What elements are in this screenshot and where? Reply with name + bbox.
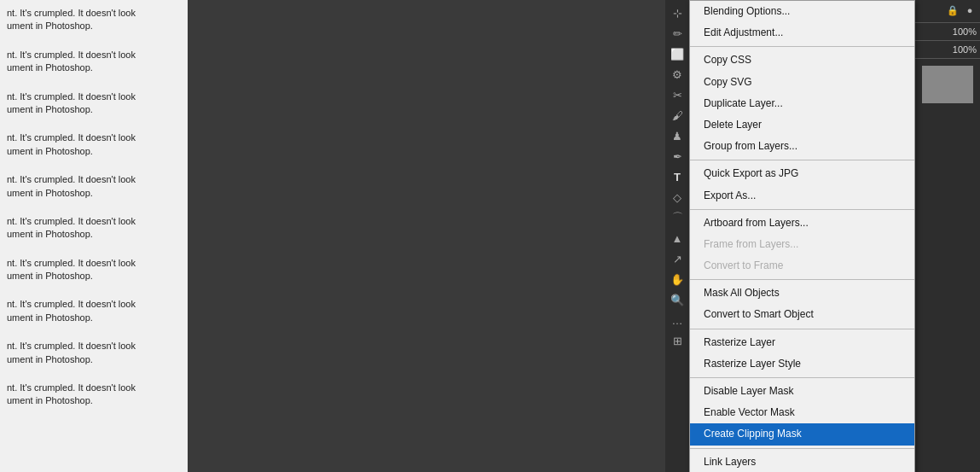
brush-icon[interactable]: ✏ (668, 24, 687, 43)
canvas-text-5: nt. It's crumpled. It doesn't lookument … (7, 173, 181, 200)
canvas-text-1: nt. It's crumpled. It doesn't lookument … (7, 7, 181, 33)
eraser-icon[interactable]: ⬜ (668, 44, 687, 63)
menu-group-from-layers[interactable]: Group from Layers... (690, 136, 914, 157)
more-icon[interactable]: … (668, 311, 687, 329)
lasso-icon[interactable]: ⌒ (668, 208, 687, 227)
menu-quick-export[interactable]: Quick Export as JPG (690, 163, 914, 184)
menu-export-as[interactable]: Export As... (690, 185, 914, 207)
menu-link-layers[interactable]: Link Layers (690, 452, 914, 472)
separator-7 (690, 448, 914, 449)
lock-icon: 🔒 (946, 3, 960, 17)
canvas-text-9: nt. It's crumpled. It doesn't lookument … (7, 340, 181, 366)
right-panel-top: 🔒 ● (915, 0, 980, 20)
grid-icon[interactable]: ⊞ (668, 331, 687, 350)
settings-icon[interactable]: ⚙ (668, 65, 687, 84)
opacity-value: 100% (953, 26, 977, 37)
menu-artboard-from-layers[interactable]: Artboard from Layers... (690, 213, 914, 234)
right-panel: 🔒 ● 100% 100% (915, 0, 980, 472)
user-icon[interactable]: ♟ (668, 126, 687, 145)
move-icon[interactable]: ↗ (668, 249, 687, 268)
fill-value: 100% (953, 44, 977, 55)
menu-frame-from-layers: Frame from Layers... (690, 234, 914, 255)
canvas-text-8: nt. It's crumpled. It doesn't lookument … (7, 298, 181, 324)
menu-duplicate-layer[interactable]: Duplicate Layer... (690, 93, 914, 114)
menu-convert-to-smart-object[interactable]: Convert to Smart Object (690, 304, 914, 325)
layer-thumbnail (922, 66, 973, 103)
menu-create-clipping-mask[interactable]: Create Clipping Mask (690, 423, 914, 445)
paint-icon[interactable]: 🖌 (668, 106, 687, 125)
canvas-text-6: nt. It's crumpled. It doesn't lookument … (7, 215, 181, 242)
zoom-icon[interactable]: 🔍 (668, 290, 687, 309)
separator-2 (690, 160, 914, 160)
menu-mask-all-objects[interactable]: Mask All Objects (690, 283, 914, 304)
separator-1 (690, 46, 914, 47)
canvas-text-7: nt. It's crumpled. It doesn't lookument … (7, 257, 181, 283)
menu-rasterize-layer[interactable]: Rasterize Layer (690, 332, 914, 353)
left-toolbar: ⊹ ✏ ⬜ ⚙ ✂ 🖌 ♟ ✒ T ◇ ⌒ ▲ ↗ ✋ 🔍 … ⊞ (665, 0, 689, 472)
fill-row: 100% (915, 43, 980, 56)
menu-copy-svg[interactable]: Copy SVG (690, 72, 914, 93)
canvas-text-4: nt. It's crumpled. It doesn't lookument … (7, 131, 181, 158)
shape-icon[interactable]: ◇ (668, 188, 687, 207)
separator-4 (690, 279, 914, 280)
menu-enable-vector-mask[interactable]: Enable Vector Mask (690, 402, 914, 423)
separator-5 (690, 329, 914, 329)
context-menu: Blending Options... Edit Adjustment... C… (689, 0, 915, 472)
canvas-area: nt. It's crumpled. It doesn't lookument … (0, 0, 188, 472)
menu-delete-layer[interactable]: Delete Layer (690, 114, 914, 136)
menu-rasterize-layer-style[interactable]: Rasterize Layer Style (690, 353, 914, 375)
scissors-icon[interactable]: ✂ (668, 85, 687, 104)
menu-convert-to-frame: Convert to Frame (690, 255, 914, 277)
pen-icon[interactable]: ✒ (668, 147, 687, 166)
separator-6 (690, 377, 914, 378)
menu-edit-adjustment[interactable]: Edit Adjustment... (690, 22, 914, 44)
separator-3 (690, 209, 914, 210)
menu-blending-options[interactable]: Blending Options... (690, 1, 914, 22)
text-icon[interactable]: T (668, 167, 687, 186)
canvas-text-3: nt. It's crumpled. It doesn't lookument … (7, 90, 181, 117)
middle-area (188, 0, 665, 472)
opacity-row: 100% (915, 25, 980, 38)
eye-icon: ● (963, 3, 977, 17)
triangle-icon[interactable]: ▲ (668, 229, 687, 248)
transform-icon[interactable]: ⊹ (668, 3, 687, 22)
menu-disable-layer-mask[interactable]: Disable Layer Mask (690, 381, 914, 402)
menu-copy-css[interactable]: Copy CSS (690, 50, 914, 71)
canvas-text-2: nt. It's crumpled. It doesn't lookument … (7, 49, 181, 75)
canvas-text-10: nt. It's crumpled. It doesn't lookument … (7, 382, 181, 408)
hand-icon[interactable]: ✋ (668, 270, 687, 288)
canvas-content: nt. It's crumpled. It doesn't lookument … (0, 0, 188, 472)
